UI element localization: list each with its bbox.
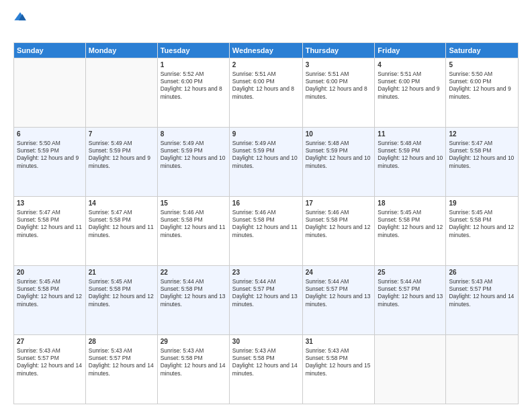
sunset-text: Sunset: 5:58 PM [232, 355, 300, 362]
calendar-cell: 20Sunrise: 5:45 AMSunset: 5:58 PMDayligh… [14, 266, 86, 335]
day-number: 17 [306, 199, 372, 208]
page: SundayMondayTuesdayWednesdayThursdayFrid… [0, 0, 532, 411]
daylight-text: Daylight: 12 hours and 9 minutes. [449, 85, 515, 101]
sunrise-text: Sunrise: 5:51 AM [306, 71, 372, 78]
calendar-cell: 15Sunrise: 5:46 AMSunset: 5:58 PMDayligh… [157, 197, 229, 266]
calendar-cell: 24Sunrise: 5:44 AMSunset: 5:57 PMDayligh… [302, 266, 375, 335]
sunrise-text: Sunrise: 5:45 AM [378, 209, 443, 216]
sunrise-text: Sunrise: 5:49 AM [89, 140, 154, 147]
calendar-cell: 17Sunrise: 5:46 AMSunset: 5:58 PMDayligh… [302, 197, 375, 266]
daylight-text: Daylight: 12 hours and 12 minutes. [306, 224, 372, 239]
day-number: 21 [89, 268, 154, 277]
day-number: 8 [161, 130, 226, 139]
daylight-text: Daylight: 12 hours and 8 minutes. [306, 85, 372, 101]
sunset-text: Sunset: 5:58 PM [306, 216, 372, 224]
sunset-text: Sunset: 5:58 PM [17, 216, 83, 224]
daylight-text: Daylight: 12 hours and 10 minutes. [306, 154, 372, 170]
calendar-cell [85, 58, 157, 128]
calendar-cell: 10Sunrise: 5:48 AMSunset: 5:59 PMDayligh… [302, 128, 375, 197]
day-number: 9 [232, 130, 300, 139]
sunrise-text: Sunrise: 5:52 AM [161, 71, 226, 78]
daylight-text: Daylight: 12 hours and 10 minutes. [232, 154, 300, 170]
daylight-text: Daylight: 12 hours and 10 minutes. [449, 154, 515, 170]
sunrise-text: Sunrise: 5:51 AM [232, 71, 300, 78]
daylight-text: Daylight: 12 hours and 13 minutes. [161, 293, 226, 308]
day-number: 10 [306, 130, 372, 139]
sunrise-text: Sunrise: 5:43 AM [232, 347, 300, 355]
sunset-text: Sunset: 5:59 PM [161, 147, 226, 154]
sunrise-text: Sunrise: 5:47 AM [449, 140, 515, 147]
week-row-2: 6Sunrise: 5:50 AMSunset: 5:59 PMDaylight… [14, 128, 519, 197]
day-number: 18 [378, 199, 443, 208]
sunset-text: Sunset: 5:59 PM [232, 147, 300, 154]
daylight-text: Daylight: 12 hours and 8 minutes. [161, 85, 226, 101]
day-number: 28 [89, 337, 154, 347]
calendar-cell: 26Sunrise: 5:43 AMSunset: 5:57 PMDayligh… [446, 266, 519, 335]
day-number: 31 [306, 337, 372, 347]
day-header-sunday: Sunday [14, 43, 86, 58]
day-number: 16 [232, 199, 300, 208]
calendar-cell: 21Sunrise: 5:45 AMSunset: 5:58 PMDayligh… [85, 266, 157, 335]
day-number: 1 [161, 60, 226, 70]
sunrise-text: Sunrise: 5:46 AM [161, 209, 226, 216]
calendar-cell [446, 335, 519, 404]
calendar-cell: 6Sunrise: 5:50 AMSunset: 5:59 PMDaylight… [14, 128, 86, 197]
daylight-text: Daylight: 12 hours and 14 minutes. [161, 362, 226, 377]
calendar-cell: 3Sunrise: 5:51 AMSunset: 6:00 PMDaylight… [302, 58, 375, 128]
calendar-cell: 11Sunrise: 5:48 AMSunset: 5:59 PMDayligh… [375, 128, 446, 197]
week-row-3: 13Sunrise: 5:47 AMSunset: 5:58 PMDayligh… [14, 197, 519, 266]
sunset-text: Sunset: 6:00 PM [161, 78, 226, 85]
calendar-cell: 29Sunrise: 5:43 AMSunset: 5:58 PMDayligh… [157, 335, 229, 404]
sunrise-text: Sunrise: 5:44 AM [378, 278, 443, 285]
sunset-text: Sunset: 5:58 PM [161, 355, 226, 362]
calendar-header-row: SundayMondayTuesdayWednesdayThursdayFrid… [14, 43, 519, 58]
logo [13, 10, 30, 36]
week-row-5: 27Sunrise: 5:43 AMSunset: 5:57 PMDayligh… [14, 335, 519, 404]
calendar-cell: 27Sunrise: 5:43 AMSunset: 5:57 PMDayligh… [14, 335, 86, 404]
calendar-cell: 30Sunrise: 5:43 AMSunset: 5:58 PMDayligh… [229, 335, 302, 404]
daylight-text: Daylight: 12 hours and 14 minutes. [232, 362, 300, 377]
sunset-text: Sunset: 5:58 PM [378, 216, 443, 224]
sunrise-text: Sunrise: 5:50 AM [449, 71, 515, 78]
header [13, 10, 519, 36]
sunset-text: Sunset: 5:58 PM [89, 285, 154, 293]
sunset-text: Sunset: 6:00 PM [449, 78, 515, 85]
calendar-cell: 23Sunrise: 5:44 AMSunset: 5:57 PMDayligh… [229, 266, 302, 335]
daylight-text: Daylight: 12 hours and 12 minutes. [449, 224, 515, 239]
sunset-text: Sunset: 5:57 PM [89, 355, 154, 362]
daylight-text: Daylight: 12 hours and 11 minutes. [232, 224, 300, 239]
calendar-cell: 18Sunrise: 5:45 AMSunset: 5:58 PMDayligh… [375, 197, 446, 266]
week-row-1: 1Sunrise: 5:52 AMSunset: 6:00 PMDaylight… [14, 58, 519, 128]
sunset-text: Sunset: 5:58 PM [449, 147, 515, 154]
daylight-text: Daylight: 12 hours and 9 minutes. [378, 85, 443, 101]
daylight-text: Daylight: 12 hours and 11 minutes. [161, 224, 226, 239]
day-number: 22 [161, 268, 226, 277]
daylight-text: Daylight: 12 hours and 15 minutes. [306, 362, 372, 377]
day-number: 30 [232, 337, 300, 347]
week-row-4: 20Sunrise: 5:45 AMSunset: 5:58 PMDayligh… [14, 266, 519, 335]
daylight-text: Daylight: 12 hours and 13 minutes. [232, 293, 300, 308]
daylight-text: Daylight: 12 hours and 8 minutes. [232, 85, 300, 101]
daylight-text: Daylight: 12 hours and 12 minutes. [378, 224, 443, 239]
calendar-cell: 9Sunrise: 5:49 AMSunset: 5:59 PMDaylight… [229, 128, 302, 197]
day-number: 23 [232, 268, 300, 277]
sunrise-text: Sunrise: 5:49 AM [161, 140, 226, 147]
day-header-monday: Monday [85, 43, 157, 58]
sunrise-text: Sunrise: 5:44 AM [306, 278, 372, 285]
day-number: 14 [89, 199, 154, 208]
calendar-cell: 12Sunrise: 5:47 AMSunset: 5:58 PMDayligh… [446, 128, 519, 197]
sunrise-text: Sunrise: 5:46 AM [232, 209, 300, 216]
daylight-text: Daylight: 12 hours and 13 minutes. [378, 293, 443, 308]
day-number: 20 [17, 268, 83, 277]
calendar-cell: 31Sunrise: 5:43 AMSunset: 5:58 PMDayligh… [302, 335, 375, 404]
sunset-text: Sunset: 5:57 PM [232, 285, 300, 293]
calendar-cell: 25Sunrise: 5:44 AMSunset: 5:57 PMDayligh… [375, 266, 446, 335]
calendar-cell [14, 58, 86, 128]
sunset-text: Sunset: 6:00 PM [232, 78, 300, 85]
daylight-text: Daylight: 12 hours and 12 minutes. [17, 293, 83, 308]
calendar-cell: 7Sunrise: 5:49 AMSunset: 5:59 PMDaylight… [85, 128, 157, 197]
sunset-text: Sunset: 5:58 PM [306, 355, 372, 362]
sunset-text: Sunset: 5:57 PM [17, 355, 83, 362]
calendar-cell: 8Sunrise: 5:49 AMSunset: 5:59 PMDaylight… [157, 128, 229, 197]
sunset-text: Sunset: 5:59 PM [378, 147, 443, 154]
